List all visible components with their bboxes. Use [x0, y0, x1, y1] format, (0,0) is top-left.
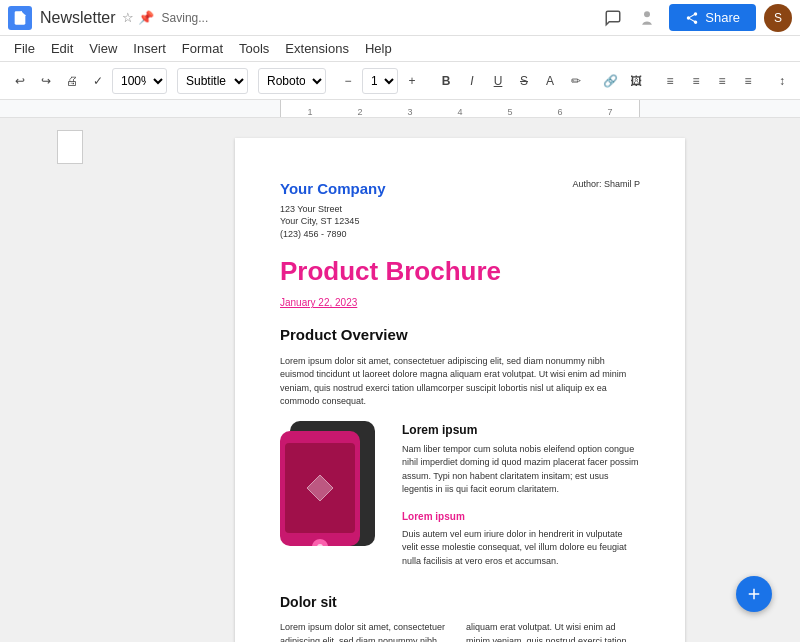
underline-button[interactable]: U — [486, 67, 510, 95]
menu-edit[interactable]: Edit — [43, 39, 81, 58]
company-address-line2: Your City, ST 12345 — [280, 215, 386, 228]
font-size-increase[interactable]: + — [400, 67, 424, 95]
highlight-button[interactable]: ✏ — [564, 67, 588, 95]
dolor-sit-heading: Dolor sit — [280, 592, 640, 613]
align-center-button[interactable]: ≡ — [684, 67, 708, 95]
left-panel — [0, 118, 140, 642]
pin-icon[interactable]: 📌 — [138, 10, 154, 25]
product-overview-heading: Product Overview — [280, 324, 640, 347]
image-button[interactable]: 🖼 — [624, 67, 648, 95]
menu-help[interactable]: Help — [357, 39, 400, 58]
menu-tools[interactable]: Tools — [231, 39, 277, 58]
menu-insert[interactable]: Insert — [125, 39, 174, 58]
menu-format[interactable]: Format — [174, 39, 231, 58]
phone-front — [280, 431, 360, 546]
lorem-heading: Lorem ipsum — [402, 421, 640, 439]
text-color-button[interactable]: A — [538, 67, 562, 95]
company-header: Your Company 123 Your Street Your City, … — [280, 178, 640, 240]
align-left-button[interactable]: ≡ — [658, 67, 682, 95]
italic-button[interactable]: I — [460, 67, 484, 95]
main-area: Your Company 123 Your Street Your City, … — [0, 118, 800, 642]
print-button[interactable]: 🖨 — [60, 67, 84, 95]
phone-graphic — [280, 421, 390, 551]
dolor-col-2: aliquam erat volutpat. Ut wisi enim ad m… — [466, 621, 640, 642]
align-right-button[interactable]: ≡ — [710, 67, 734, 95]
right-panel — [780, 118, 800, 642]
comment-button[interactable] — [597, 4, 629, 32]
ruler: 1234567 — [0, 100, 800, 118]
menu-view[interactable]: View — [81, 39, 125, 58]
product-overview-body: Lorem ipsum dolor sit amet, consectetuer… — [280, 355, 640, 409]
strikethrough-button[interactable]: S — [512, 67, 536, 95]
ruler-inner: 1234567 — [280, 100, 640, 117]
font-size-decrease[interactable]: − — [336, 67, 360, 95]
svg-point-0 — [644, 11, 650, 17]
undo-button[interactable]: ↩ — [8, 67, 32, 95]
doc-area[interactable]: Your Company 123 Your Street Your City, … — [140, 118, 780, 642]
menu-file[interactable]: File — [6, 39, 43, 58]
company-address-line1: 123 Your Street — [280, 203, 386, 216]
star-icon[interactable]: ☆ — [122, 10, 134, 25]
top-bar: Newsletter ☆ 📌 Saving... Share S — [0, 0, 800, 36]
svg-marker-1 — [307, 475, 333, 501]
justify-button[interactable]: ≡ — [736, 67, 760, 95]
image-text-block: Lorem ipsum Nam liber tempor cum soluta … — [280, 421, 640, 581]
share-label: Share — [705, 10, 740, 25]
phone-screen — [285, 443, 355, 533]
lorem-text-block: Lorem ipsum Nam liber tempor cum soluta … — [402, 421, 640, 581]
saving-status: Saving... — [162, 11, 209, 25]
account-button[interactable] — [633, 4, 661, 32]
page-thumbnail[interactable] — [57, 130, 83, 164]
zoom-select[interactable]: 100% — [112, 68, 167, 94]
lorem-body: Nam liber tempor cum soluta nobis eleife… — [402, 443, 640, 497]
company-phone: (123) 456 - 7890 — [280, 228, 386, 241]
fab-button[interactable] — [736, 576, 772, 612]
checklist-button[interactable]: ☰ — [796, 67, 800, 95]
app-icon — [8, 6, 32, 30]
avatar[interactable]: S — [764, 4, 792, 32]
company-name: Your Company — [280, 178, 386, 201]
lorem-pink-heading: Lorem ipsum — [402, 509, 640, 524]
share-button[interactable]: Share — [669, 4, 756, 31]
dolor-col-1: Lorem ipsum dolor sit amet, consectetuer… — [280, 621, 454, 642]
font-size-select[interactable]: 11 — [362, 68, 398, 94]
author-text: Author: Shamil P — [572, 178, 640, 192]
menu-bar: File Edit View Insert Format Tools Exten… — [0, 36, 800, 62]
brochure-title: Product Brochure — [280, 252, 640, 291]
dolor-sit-content: Lorem ipsum dolor sit amet, consectetuer… — [280, 621, 640, 642]
line-spacing-button[interactable]: ↕ — [770, 67, 794, 95]
document-page: Your Company 123 Your Street Your City, … — [235, 138, 685, 642]
font-select[interactable]: Roboto — [258, 68, 326, 94]
menu-extensions[interactable]: Extensions — [277, 39, 357, 58]
redo-button[interactable]: ↪ — [34, 67, 58, 95]
lorem-pink-body: Duis autem vel eum iriure dolor in hendr… — [402, 528, 640, 569]
link-button[interactable]: 🔗 — [598, 67, 622, 95]
spellcheck-button[interactable]: ✓ — [86, 67, 110, 95]
document-date: January 22, 2023 — [280, 295, 640, 310]
doc-title: Newsletter — [40, 9, 116, 27]
toolbar: ↩ ↪ 🖨 ✓ 100% Subtitle Roboto − 11 + B I … — [0, 62, 800, 100]
paragraph-style-select[interactable]: Subtitle — [177, 68, 248, 94]
bold-button[interactable]: B — [434, 67, 458, 95]
